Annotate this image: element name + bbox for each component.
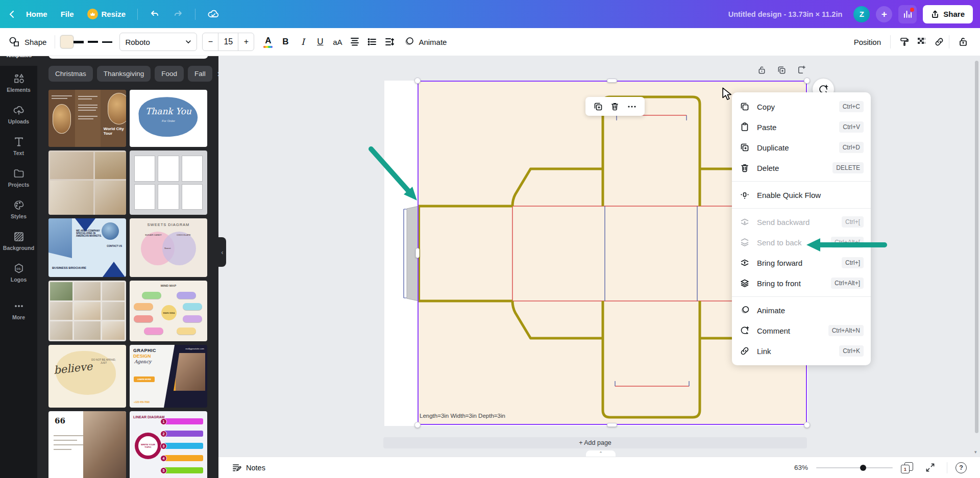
back-chevron-icon[interactable] bbox=[8, 10, 16, 18]
font-size-stepper: − 15 + bbox=[202, 33, 254, 51]
template-world-city-tour[interactable]: World City Tour bbox=[48, 90, 126, 147]
font-size-increase[interactable]: + bbox=[238, 33, 254, 51]
menu-item-delete[interactable]: Delete DELETE bbox=[732, 158, 871, 178]
photo bbox=[102, 302, 125, 320]
resize-handle-top-right[interactable] bbox=[804, 78, 810, 84]
menu-item-send-backward[interactable]: Send backward Ctrl+[ bbox=[732, 212, 871, 232]
template-business-brochure[interactable]: WE ARE A COMPANY SPECIALIZING IN AMERICA… bbox=[48, 218, 126, 277]
fullscreen-button[interactable] bbox=[921, 459, 939, 476]
font-size-value[interactable]: 15 bbox=[218, 33, 238, 51]
template-mind-map[interactable]: MIND MAP MAIN IDEA bbox=[130, 281, 207, 341]
list-button[interactable] bbox=[364, 33, 380, 51]
bold-button[interactable]: B bbox=[278, 33, 293, 51]
design-title[interactable]: Untitled design - 13.73in × 11.2in bbox=[728, 10, 843, 18]
sidebar-item-projects[interactable]: Projects bbox=[0, 161, 37, 192]
lock-button[interactable] bbox=[954, 33, 972, 51]
resize-handle-bottom-center[interactable] bbox=[607, 423, 617, 427]
cloud-save-status[interactable] bbox=[207, 8, 219, 20]
template-linear-diagram[interactable]: LINEAR DIAGRAM WRITE YOUR TOPIC 1 2 3 4 … bbox=[130, 411, 207, 478]
resize-handle-bottom-left[interactable] bbox=[414, 422, 421, 428]
link-button[interactable] bbox=[930, 33, 948, 51]
add-page-button[interactable]: + Add page bbox=[383, 437, 807, 448]
chips-scroll-chevron[interactable]: › bbox=[217, 68, 218, 79]
sidebar-item-background[interactable]: Background bbox=[0, 224, 37, 256]
insights-chart-button[interactable] bbox=[898, 5, 917, 23]
vertical-scrollbar[interactable]: ▾ bbox=[974, 58, 979, 455]
zoom-slider-knob[interactable] bbox=[860, 465, 866, 471]
template-photo-collage[interactable] bbox=[48, 150, 126, 215]
more-options-button[interactable] bbox=[625, 100, 639, 113]
resize-handle-bottom-right[interactable] bbox=[804, 422, 810, 428]
template-six-grid[interactable] bbox=[130, 150, 207, 215]
menu-item-animate[interactable]: Animate bbox=[732, 300, 871, 320]
chip-thanksgiving[interactable]: Thanksgiving bbox=[97, 66, 151, 82]
chip-fall[interactable]: Fall bbox=[188, 66, 212, 82]
undo-button[interactable] bbox=[150, 9, 160, 19]
help-button[interactable]: ? bbox=[955, 462, 967, 473]
redo-button[interactable] bbox=[173, 9, 183, 19]
resize-handle-top-left[interactable] bbox=[414, 78, 421, 84]
spacing-button[interactable] bbox=[382, 33, 397, 51]
share-button[interactable]: Share bbox=[923, 5, 973, 23]
transparency-button[interactable] bbox=[913, 33, 930, 51]
home-button[interactable]: Home bbox=[26, 10, 47, 18]
duplicate-button[interactable] bbox=[592, 100, 605, 113]
template-grid: World City Tour Thank You For Order WE A… bbox=[48, 90, 208, 478]
resize-button[interactable]: Resize bbox=[87, 9, 126, 19]
italic-button[interactable]: I bbox=[295, 33, 310, 51]
add-page-button-icon[interactable] bbox=[796, 64, 807, 76]
duplicate-page-button[interactable] bbox=[776, 64, 787, 76]
chip-christmas[interactable]: Christmas bbox=[48, 66, 93, 82]
menu-item-link[interactable]: Link Ctrl+K bbox=[732, 341, 871, 361]
notes-button[interactable]: Notes bbox=[232, 463, 265, 472]
text-case-button[interactable]: aA bbox=[330, 33, 345, 51]
chip-food[interactable]: Food bbox=[155, 66, 184, 82]
invite-plus-button[interactable]: + bbox=[876, 6, 892, 22]
menu-item-paste[interactable]: Paste Ctrl+V bbox=[732, 117, 871, 137]
template-believe-quote[interactable]: DO NOT BE AFRAID, JUST believe bbox=[48, 345, 126, 408]
delete-button[interactable] bbox=[608, 100, 622, 113]
bottombar-collapse-tab[interactable]: ⌃ bbox=[586, 450, 616, 457]
panel-collapse-tab[interactable]: ‹ bbox=[218, 237, 226, 267]
redo-icon bbox=[173, 9, 183, 19]
menu-item-enable-quick-flow[interactable]: Enable Quick Flow bbox=[732, 185, 871, 205]
sidebar-item-uploads[interactable]: Uploads bbox=[0, 97, 37, 129]
menu-item-copy[interactable]: Copy Ctrl+C bbox=[732, 96, 871, 117]
lock-page-button[interactable] bbox=[756, 64, 767, 76]
page-indicator-button[interactable]: 1 bbox=[901, 462, 913, 473]
copy-style-button[interactable] bbox=[896, 33, 913, 51]
template-sweets-diagram[interactable]: SWEETS DIAGRAM SUGAR CANDY CHOCOLATE Swe… bbox=[130, 218, 207, 277]
underline-button[interactable]: U bbox=[312, 33, 328, 51]
template-graphic-design-agency[interactable]: GRAPHIC DESIGN Agency LEARN MORE reallyg… bbox=[130, 345, 207, 408]
sidebar-item-elements[interactable]: Elements bbox=[0, 66, 37, 97]
font-family-select[interactable]: Roboto bbox=[119, 33, 197, 51]
sidebar-item-text[interactable]: Text bbox=[0, 129, 37, 161]
sidebar-item-logos[interactable]: co. Logos bbox=[0, 256, 37, 287]
sidebar-item-styles[interactable]: Styles bbox=[0, 192, 37, 224]
font-size-decrease[interactable]: − bbox=[203, 33, 218, 51]
avatar[interactable]: Z bbox=[853, 6, 870, 22]
template-coffee-quote[interactable]: 66 bbox=[48, 411, 126, 478]
scrollbar-thumb[interactable] bbox=[975, 61, 978, 433]
sidebar-item-more[interactable]: More bbox=[0, 293, 37, 325]
template-photo-collage-2[interactable] bbox=[48, 281, 126, 341]
text-align-button[interactable] bbox=[347, 33, 362, 51]
zoom-slider[interactable] bbox=[816, 464, 893, 471]
text-color-button[interactable]: A bbox=[260, 33, 276, 51]
border-style-button[interactable] bbox=[74, 39, 112, 45]
shape-button[interactable]: Shape bbox=[8, 36, 46, 48]
resize-handle-top-center[interactable] bbox=[607, 79, 617, 83]
template-thank-you[interactable]: Thank You For Order bbox=[130, 90, 207, 147]
menu-item-bring-to-front[interactable]: Bring to front Ctrl+Alt+] bbox=[732, 273, 871, 293]
resize-handle-left-center[interactable] bbox=[415, 248, 420, 258]
menu-item-duplicate[interactable]: Duplicate Ctrl+D bbox=[732, 137, 871, 158]
fill-color-swatch[interactable] bbox=[60, 35, 74, 48]
menu-item-send-to-back[interactable]: Send to back Ctrl+Alt+[ bbox=[732, 232, 871, 253]
diagram-number: 4 bbox=[160, 455, 167, 462]
menu-item-comment[interactable]: Comment Ctrl+Alt+N bbox=[732, 320, 871, 341]
scrollbar-arrow-down[interactable]: ▾ bbox=[974, 449, 977, 455]
animate-button[interactable]: Animate bbox=[403, 36, 447, 47]
file-menu-button[interactable]: File bbox=[61, 10, 74, 18]
menu-item-bring-forward[interactable]: Bring forward Ctrl+] bbox=[732, 253, 871, 273]
position-button[interactable]: Position bbox=[854, 38, 881, 46]
